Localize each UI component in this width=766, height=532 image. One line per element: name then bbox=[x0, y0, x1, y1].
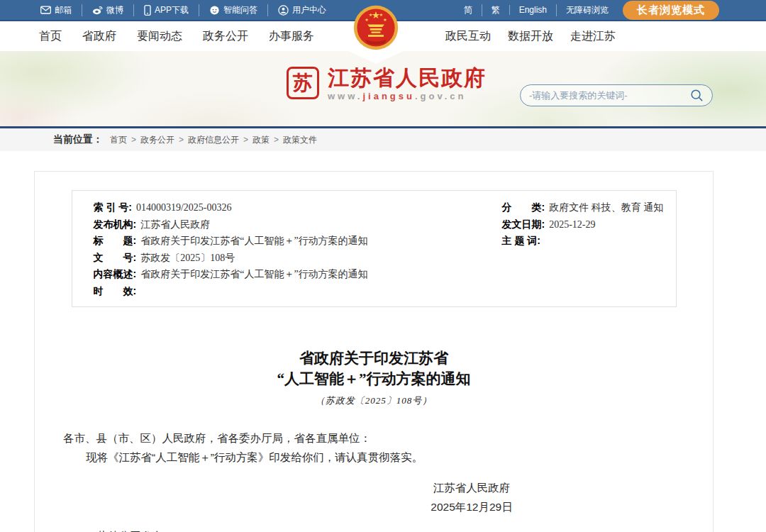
meta-label-title: 标 题: bbox=[94, 235, 137, 246]
breadcrumb-gov-affairs[interactable]: 政务公开 bbox=[140, 134, 188, 146]
content-area: 索 引 号:014000319/2025-00326 发布机构:江苏省人民政府 … bbox=[0, 151, 766, 532]
breadcrumb-policy[interactable]: 政策 bbox=[252, 134, 283, 146]
site-seal-icon: 苏 bbox=[287, 67, 319, 99]
meta-value-summary: 省政府关于印发江苏省“人工智能＋”行动方案的通知 bbox=[136, 269, 367, 279]
site-logo[interactable]: 苏 江苏省人民政府 www.jiangsu.gov.cn bbox=[287, 67, 487, 101]
public-release-note: （此件公开发布） bbox=[35, 529, 713, 532]
weibo-icon bbox=[92, 5, 103, 15]
svg-text:★: ★ bbox=[379, 12, 383, 17]
site-name: 江苏省人民政府 bbox=[328, 67, 487, 89]
app-download-icon bbox=[144, 5, 151, 16]
meta-row-category: 分 类:政府文件 科技、教育 通知 bbox=[502, 199, 676, 216]
nav-item-interaction[interactable]: 政民互动 bbox=[445, 29, 491, 44]
meta-column-right: 分 类:政府文件 科技、教育 通知 发文日期:2025-12-29 主 题 词: bbox=[470, 199, 676, 299]
language-switcher: 简 繁 English 无障碍浏览 长者浏览模式 bbox=[464, 1, 719, 20]
nav-item-home[interactable]: 首页 bbox=[39, 29, 62, 44]
national-emblem-icon: ★ ★ ★ ★ ★ bbox=[353, 4, 399, 51]
nav-item-services[interactable]: 办事服务 bbox=[269, 29, 314, 44]
meta-row-issuing-org: 发布机构:江苏省人民政府 bbox=[94, 216, 470, 233]
meta-label-keywords: 主 题 词: bbox=[502, 235, 540, 246]
nav-item-open-data[interactable]: 数据开放 bbox=[508, 29, 553, 44]
svg-text:★: ★ bbox=[383, 17, 387, 22]
document-salutation: 各市、县（市、区）人民政府，省各委办厅局，省各直属单位： bbox=[35, 428, 713, 448]
meta-row-keywords: 主 题 词: bbox=[502, 233, 676, 250]
nav-item-gov-affairs[interactable]: 政务公开 bbox=[203, 29, 248, 44]
mail-label: 邮箱 bbox=[55, 4, 72, 16]
site-search bbox=[520, 84, 713, 106]
meta-value-index-no: 014000319/2025-00326 bbox=[132, 202, 232, 213]
mail-link[interactable]: 邮箱 bbox=[40, 4, 72, 16]
quick-links: 邮箱 微博 APP下载 智能问答 用户中心 bbox=[40, 4, 326, 16]
meta-value-issuing-org: 江苏省人民政府 bbox=[136, 219, 210, 230]
accessibility-link[interactable]: 无障碍浏览 bbox=[556, 4, 609, 16]
breadcrumb-policy-docs[interactable]: 政策文件 bbox=[283, 134, 317, 146]
nav-item-about-jiangsu[interactable]: 走进江苏 bbox=[570, 29, 616, 44]
meta-row-summary: 内容概述:省政府关于印发江苏省“人工智能＋”行动方案的通知 bbox=[94, 266, 470, 283]
elder-mode-button[interactable]: 长者浏览模式 bbox=[623, 1, 719, 20]
svg-text:★: ★ bbox=[365, 17, 369, 22]
meta-label-index-no: 索 引 号: bbox=[94, 201, 132, 213]
svg-text:★: ★ bbox=[369, 12, 373, 17]
breadcrumb-label: 当前位置： bbox=[53, 133, 103, 146]
lang-english[interactable]: English bbox=[509, 5, 547, 15]
document-card: 索 引 号:014000319/2025-00326 发布机构:江苏省人民政府 … bbox=[34, 171, 714, 532]
mail-icon bbox=[40, 6, 51, 14]
meta-value-doc-no: 苏政发〔2025〕108号 bbox=[136, 253, 235, 263]
app-download-label: APP下载 bbox=[155, 4, 189, 16]
user-center-label: 用户中心 bbox=[292, 4, 326, 16]
meta-value-keywords bbox=[540, 235, 545, 246]
search-input[interactable] bbox=[529, 90, 690, 101]
signature-org: 江苏省人民政府 bbox=[394, 478, 550, 497]
meta-label-summary: 内容概述: bbox=[94, 268, 137, 279]
user-center-icon bbox=[278, 5, 289, 16]
meta-value-category: 政府文件 科技、教育 通知 bbox=[545, 202, 663, 213]
document-meta-table: 索 引 号:014000319/2025-00326 发布机构:江苏省人民政府 … bbox=[72, 190, 677, 307]
meta-value-title: 省政府关于印发江苏省“人工智能＋”行动方案的通知 bbox=[136, 235, 367, 246]
smart-qa-icon bbox=[209, 5, 220, 16]
user-center-link[interactable]: 用户中心 bbox=[267, 4, 326, 16]
weibo-link[interactable]: 微博 bbox=[82, 4, 123, 16]
meta-label-issuing-org: 发布机构: bbox=[94, 218, 137, 230]
nav-item-news[interactable]: 要闻动态 bbox=[137, 29, 182, 44]
document-number: （苏政发〔2025〕108号） bbox=[35, 394, 713, 407]
site-url: www.jiangsu.gov.cn bbox=[328, 91, 487, 101]
document-title-line1: 省政府关于印发江苏省 bbox=[35, 348, 713, 369]
nav-item-provincial-gov[interactable]: 省政府 bbox=[82, 29, 116, 44]
site-url-suffix: .gov.cn bbox=[415, 91, 467, 101]
meta-row-index-no: 索 引 号:014000319/2025-00326 bbox=[94, 199, 470, 216]
lang-traditional[interactable]: 繁 bbox=[482, 4, 500, 16]
app-download-link[interactable]: APP下载 bbox=[133, 4, 189, 16]
signature-date: 2025年12月29日 bbox=[394, 497, 550, 516]
breadcrumb-info-disclosure[interactable]: 政府信息公开 bbox=[188, 134, 252, 146]
meta-column-left: 索 引 号:014000319/2025-00326 发布机构:江苏省人民政府 … bbox=[72, 199, 470, 299]
meta-value-validity bbox=[136, 286, 140, 297]
seal-character: 苏 bbox=[293, 70, 313, 96]
meta-label-validity: 时 效: bbox=[94, 285, 137, 297]
nav-right-group: 政民互动 数据开放 走进江苏 bbox=[445, 21, 616, 51]
site-url-mid: jiangsu bbox=[362, 91, 415, 101]
meta-value-issue-date: 2025-12-29 bbox=[545, 219, 595, 230]
breadcrumb: 当前位置： 首页 政务公开 政府信息公开 政策 政策文件 bbox=[0, 128, 766, 151]
document-body: 各市、县（市、区）人民政府，省各委办厅局，省各直属单位： 现将《江苏省“人工智能… bbox=[35, 428, 713, 467]
smart-qa-link[interactable]: 智能问答 bbox=[199, 4, 257, 16]
lang-simplified[interactable]: 简 bbox=[464, 4, 472, 16]
meta-label-issue-date: 发文日期: bbox=[502, 218, 545, 230]
site-url-prefix: www. bbox=[328, 91, 362, 101]
smart-qa-label: 智能问答 bbox=[223, 4, 257, 16]
search-button[interactable] bbox=[690, 89, 704, 102]
breadcrumb-home[interactable]: 首页 bbox=[110, 134, 140, 146]
nav-left-group: 首页 省政府 要闻动态 政务公开 办事服务 bbox=[39, 21, 314, 51]
signature-block: 江苏省人民政府 2025年12月29日 bbox=[394, 478, 550, 516]
document-title: 省政府关于印发江苏省 “人工智能＋”行动方案的通知 bbox=[35, 348, 713, 389]
document-title-line2: “人工智能＋”行动方案的通知 bbox=[35, 369, 713, 389]
emblem-area: ★ ★ ★ ★ ★ bbox=[331, 0, 421, 65]
meta-row-validity: 时 效: bbox=[94, 283, 470, 300]
meta-row-doc-no: 文 号:苏政发〔2025〕108号 bbox=[94, 250, 470, 267]
meta-row-issue-date: 发文日期:2025-12-29 bbox=[502, 216, 676, 233]
meta-label-category: 分 类: bbox=[502, 201, 545, 213]
site-title-block: 江苏省人民政府 www.jiangsu.gov.cn bbox=[328, 67, 487, 101]
meta-row-title: 标 题:省政府关于印发江苏省“人工智能＋”行动方案的通知 bbox=[94, 233, 470, 250]
weibo-label: 微博 bbox=[106, 4, 123, 16]
document-paragraph: 现将《江苏省“人工智能＋”行动方案》印发给你们，请认真贯彻落实。 bbox=[35, 448, 713, 467]
search-icon bbox=[690, 89, 704, 102]
